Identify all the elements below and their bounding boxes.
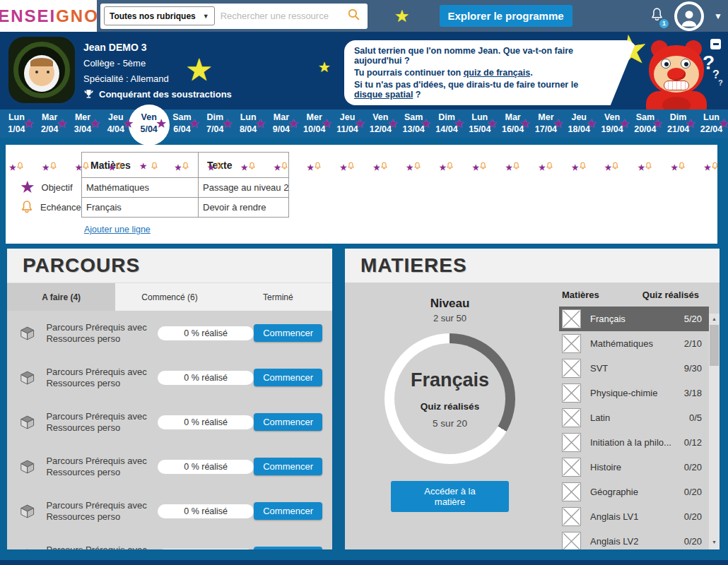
calendar-day[interactable]: ★ Ven 19/04 ★ [596,109,629,138]
star-icon: ★ [394,6,410,26]
calendar-day[interactable]: ★ Ven 5/04 ★ [132,109,165,138]
matiere-row[interactable]: Latin 0/5 [559,405,709,430]
quiz-label: Quiz réalisés [421,401,479,412]
star-icon: ★ [318,59,331,76]
parcours-progress: 0 % réalisé [158,504,254,518]
add-row-link[interactable]: Ajouter une ligne [84,225,151,234]
list-header-quiz: Quiz réalisés [642,290,699,300]
calendar-day[interactable]: ★ Lun 8/04 ★ [232,109,265,138]
day-date: 19/04 [596,124,629,136]
logo[interactable]: ENSEIGNO [0,0,97,32]
planner-cell-matiere[interactable]: Français [82,198,199,218]
deadline-bell-icon [151,162,158,170]
subject-image-placeholder [562,458,581,477]
search-icon[interactable] [347,8,360,24]
calendar-day[interactable]: ★ Mar 9/04 ★ [265,109,298,138]
matiere-row[interactable]: Anglais LV2 0/20 [559,529,709,549]
matiere-row[interactable]: Initiation à la philo... 0/12 [559,430,709,455]
day-name: Lun [463,112,496,124]
calendar-day[interactable]: ★ Lun 15/04 ★ [463,109,496,138]
day-name: Jeu [99,112,132,124]
calendar-day[interactable]: ★ Lun 22/04 ★ [695,109,728,138]
parcours-tab[interactable]: A faire (4) [7,283,115,311]
subject-name: Anglais LV1 [590,511,638,522]
objective-star-icon: ★ [274,163,281,172]
disque-spatial-link[interactable]: disque spatial [354,90,413,100]
notifications-bell[interactable]: 1 [650,7,664,25]
calendar-day[interactable]: ★ Ven 12/04 ★ [364,109,397,138]
calendar-day[interactable]: ★ Sam 6/04 ★ [165,109,199,138]
calendar-day[interactable]: ★ Lun 1/04 ★ [0,109,33,138]
calendar-day[interactable]: ★ Mer 3/04 ★ [66,109,100,138]
matiere-row[interactable]: Français 5/20 [559,307,709,331]
niveau-label: Niveau [345,297,555,311]
cube-icon [20,504,35,519]
calendar-day[interactable]: ★ Dim 21/04 ★ [662,109,695,138]
deadline-bell-icon [678,162,686,170]
commencer-button[interactable]: Commencer [254,413,322,431]
account-avatar[interactable] [674,1,704,31]
day-name: Mer [66,112,100,124]
planner-cell-texte[interactable]: Devoir à rendre [199,198,289,218]
deadline-bell-icon [446,162,454,170]
parcours-progress: 0 % réalisé [158,549,254,550]
parcours-item-title: Parcours Prérequis avec Ressources perso [46,322,151,345]
search-input[interactable] [215,11,347,21]
scrollbar-thumb[interactable] [710,325,719,366]
day-date: 2/04 [33,124,66,136]
day-name: Dim [199,112,232,124]
calendar-strip: ★ Lun 1/04 ★ ★ Mar 2/04 ★ ★ Mer 3/04 ★ ★ [0,109,728,138]
day-name: Jeu [563,112,596,124]
calendar-day[interactable]: ★ Dim 7/04 ★ [199,109,232,138]
scroll-up-arrow-icon[interactable]: ▲ [709,314,720,324]
commencer-button[interactable]: Commencer [254,324,322,342]
student-avatar[interactable] [8,37,75,103]
matiere-row[interactable]: Physique-chimie 3/18 [559,381,709,405]
calendar-day[interactable]: ★ Jeu 11/04 ★ [331,109,364,138]
deadline-bell-icon [82,162,90,170]
objective-star-icon: ★ [704,163,711,172]
calendar-day[interactable]: ★ Mar 16/04 ★ [496,109,529,138]
calendar-day[interactable]: ★ Mar 2/04 ★ [33,109,66,138]
day-markers: ★ [529,162,563,174]
matiere-row[interactable]: Histoire 0/20 [559,455,709,480]
objective-star-icon: ★ [440,163,447,172]
access-subject-button[interactable]: Accéder à la matière [391,481,509,512]
planner-cell-matiere[interactable]: Mathématiques [82,178,199,198]
objective-star-icon: ★ [539,163,546,172]
calendar-day[interactable]: ★ Mer 10/04 ★ [298,109,331,138]
commencer-button[interactable]: Commencer [254,458,322,475]
deadline-bell-icon [611,162,619,170]
matiere-row[interactable]: SVT 9/30 [559,356,709,381]
quiz-francais-link[interactable]: quiz de français [464,68,530,78]
subject-score: 2/10 [684,338,702,349]
commencer-button[interactable]: Commencer [254,369,322,386]
commencer-button[interactable]: Commencer [254,547,322,549]
calendar-day[interactable]: ★ Mer 17/04 ★ [529,109,563,138]
planner-cell-texte[interactable]: Passage au niveau 2 [199,178,289,198]
day-date: 16/04 [496,124,529,136]
matiere-row[interactable]: Mathématiques 2/10 [559,331,709,356]
calendar-day[interactable]: ★ Jeu 18/04 ★ [563,109,596,138]
parcours-tab[interactable]: Terminé [224,283,332,311]
scroll-down-arrow-icon[interactable]: ▼ [709,537,720,547]
list-scrollbar[interactable]: ▲ ▼ [709,314,720,549]
rubric-dropdown[interactable]: Toutes nos rubriques ▼ [104,6,215,25]
calendar-day[interactable]: ★ Jeu 4/04 ★ [99,109,132,138]
calendar-day[interactable]: ★ Dim 14/04 ★ [430,109,464,138]
matiere-row[interactable]: Anglais LV1 0/20 [559,504,709,529]
calendar-day[interactable]: ★ Sam 20/04 ★ [628,109,662,138]
matiere-row[interactable]: Géographie 0/20 [559,480,709,504]
notification-badge: 1 [659,19,669,28]
account-menu-caret[interactable]: ▼ [714,11,722,21]
commencer-button[interactable]: Commencer [254,502,322,520]
explore-program-button[interactable]: Explorer le programme [440,5,573,27]
parcours-item: Parcours Prérequis avec Ressources perso… [7,311,332,355]
day-markers: ★ [331,162,364,174]
assistant-line-2: Tu pourrais continuer ton quiz de frança… [354,68,600,78]
day-date: 5/04 [132,124,165,136]
collapse-assistant-button[interactable] [710,39,721,49]
objective-star-icon: ★ [241,163,248,172]
calendar-day[interactable]: ★ Sam 13/04 ★ [397,109,430,138]
parcours-tab[interactable]: Commencé (6) [115,283,223,311]
